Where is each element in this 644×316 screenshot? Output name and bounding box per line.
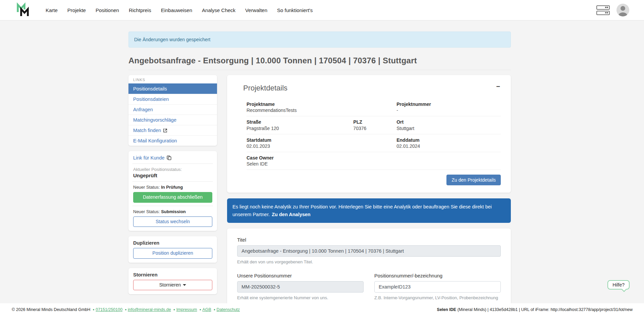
footer-email-link[interactable]: info@mineral-minds.de <box>128 307 171 312</box>
project-row-dates: Startdatum 02.01.2023 Enddatum 02.01.202… <box>247 134 501 152</box>
titel-help-text: Erhält den von uns vorgegebenen Titel. <box>237 259 501 264</box>
page-content: Die Änderungen wurden gespeichert Angebo… <box>0 20 644 303</box>
projektname-value: RecommendationsTests <box>247 108 396 113</box>
divider <box>132 181 213 182</box>
status-wechseln-button[interactable]: Status wechseln <box>133 216 212 227</box>
divider <box>132 164 213 164</box>
stornieren-dropdown-button[interactable]: Stornieren <box>133 280 212 291</box>
sidebar-item-matchingvorschlaege[interactable]: Matchingvorschläge <box>128 115 217 125</box>
rack-row <box>596 5 610 10</box>
position-duplizieren-button[interactable]: Position duplizieren <box>133 248 212 259</box>
zu-den-analysen-link[interactable]: Zu den Analysen <box>272 212 310 217</box>
footer-impressum-link[interactable]: Impressum <box>176 307 197 312</box>
new-status-line-2: Neuer Status: Submission <box>133 209 212 214</box>
footer-session-details: (Mineral Minds) | 4133e5d428b1 | URL of … <box>456 307 633 312</box>
unsere-positionsnummer-label: Unsere Positionsnummer <box>237 273 364 278</box>
projektname-label: Projektname <box>247 101 396 108</box>
nav-item-analyse-check[interactable]: Analyse Check <box>202 7 235 13</box>
link-fuer-kunde-link[interactable]: Link für Kunde <box>133 155 212 161</box>
ort-value: Stuttgart <box>396 126 501 131</box>
rack-row <box>596 11 610 15</box>
projektnummer-value: - <box>396 108 501 113</box>
current-status-value: Ungeprüft <box>133 173 212 178</box>
divider <box>132 206 213 206</box>
case-owner-label: Case Owner <box>247 154 501 161</box>
datenerfassung-abschliessen-button[interactable]: Datenerfassung abschließen <box>133 192 212 203</box>
footer-phone-link[interactable]: 07151/250100 <box>96 307 122 312</box>
analytics-info-banner: Es liegt noch keine Analytik zu Ihrer Po… <box>227 198 511 223</box>
enddatum-value: 02.01.2024 <box>396 143 501 149</box>
analytics-banner-text: Es liegt noch keine Analytik zu Ihrer Po… <box>232 204 492 217</box>
sidebar-item-match-finden[interactable]: Match finden <box>128 125 217 135</box>
projektnummer-label: Projektnummer <box>396 101 501 108</box>
status-card: Link für Kunde Aktueller Positionsstatus… <box>128 151 217 231</box>
help-button-label: Hilfe? <box>612 282 625 288</box>
user-avatar[interactable] <box>616 4 629 16</box>
help-button[interactable]: Hilfe? <box>607 280 630 290</box>
copy-icon <box>167 155 171 160</box>
startdatum-label: Startdatum <box>247 137 396 143</box>
stornieren-title: Stornieren <box>133 272 212 277</box>
sidebar-item-positionsdetails[interactable]: Positionsdetails <box>128 83 217 94</box>
projektdetails-card: − Projektdetails Projektname Recommendat… <box>227 75 511 193</box>
sidebar-item-anfragen[interactable]: Anfragen <box>128 104 217 115</box>
strasse-value: Pragstraße 120 <box>247 126 353 131</box>
footer-separator: • <box>125 307 126 312</box>
top-navbar: Karte Projekte Positionen Richtpreis Ein… <box>0 0 644 20</box>
positionsnummer-bezeichnung-help-text: Z.B. Interne-Vorgangsnummer, LV-Position… <box>374 295 501 300</box>
current-status-label: Aktueller Positionsstatus: <box>133 167 212 172</box>
nav-item-positionen[interactable]: Positionen <box>96 7 119 13</box>
nav-item-so-funktionierts[interactable]: So funktioniert's <box>277 7 313 13</box>
stornieren-card: Stornieren Stornieren <box>128 268 217 295</box>
nav-item-projekte[interactable]: Projekte <box>67 7 86 13</box>
footer-agb-link[interactable]: AGB <box>202 307 211 312</box>
footer-separator: • <box>93 307 94 312</box>
mineral-minds-logo-icon[interactable] <box>15 2 32 18</box>
sidebar-item-email-konfiguration[interactable]: E-Mail Konfiguration <box>128 135 217 146</box>
server-rack-icon[interactable] <box>596 5 610 15</box>
collapse-card-icon[interactable]: − <box>496 83 500 90</box>
footer-separator: • <box>214 307 215 312</box>
sidebar: LINKS Positionsdetails Positionsdateien … <box>128 75 217 300</box>
sidebar-item-label: E-Mail Konfiguration <box>133 138 177 143</box>
new-status-value: Submission <box>161 209 186 214</box>
footer-left: © 2026 Mineral Minds Deutschland GmbH •0… <box>12 307 240 312</box>
stornieren-button-label: Stornieren <box>159 282 181 288</box>
footer: © 2026 Mineral Minds Deutschland GmbH •0… <box>0 303 644 316</box>
external-link-icon <box>163 128 167 133</box>
new-status-line-1: Neuer Status: In Prüfung <box>133 185 212 190</box>
startdatum-value: 02.01.2023 <box>247 143 396 149</box>
links-card-header: LINKS <box>128 75 217 83</box>
nav-item-karte[interactable]: Karte <box>46 7 58 13</box>
new-status-prefix: Neuer Status: <box>133 209 160 214</box>
unsere-positionsnummer-input <box>237 281 364 293</box>
ort-label: Ort <box>396 119 501 125</box>
new-status-value: In Prüfung <box>161 185 183 190</box>
footer-user-name: Selen IDE <box>437 307 457 312</box>
plz-value: 70376 <box>353 126 396 131</box>
main-nav: Karte Projekte Positionen Richtpreis Ein… <box>46 7 313 13</box>
project-row-address: Straße Pragstraße 120 PLZ 70376 Ort Stut… <box>247 116 501 134</box>
new-status-prefix: Neuer Status: <box>133 185 160 190</box>
positionsnummer-bezeichnung-input[interactable] <box>374 281 501 293</box>
sidebar-item-label: Match finden <box>133 128 161 133</box>
projektdetails-title: Projektdetails <box>243 84 501 92</box>
caret-down-icon <box>183 284 186 286</box>
project-row-owner: Case Owner Selen IDE <box>247 152 501 170</box>
nav-item-richtpreis[interactable]: Richtpreis <box>129 7 151 13</box>
sidebar-item-positionsdateien[interactable]: Positionsdateien <box>128 94 217 104</box>
nav-item-einbauweisen[interactable]: Einbauweisen <box>161 7 192 13</box>
nav-item-verwalten[interactable]: Verwalten <box>245 7 267 13</box>
footer-datenschutz-link[interactable]: Datenschutz <box>217 307 240 312</box>
plz-label: PLZ <box>353 119 396 125</box>
position-form-card: Titel Erhält den von uns vorgegebenen Ti… <box>227 229 511 303</box>
project-row-name: Projektname RecommendationsTests Projekt… <box>247 99 501 116</box>
titel-input <box>237 245 501 257</box>
saved-changes-alert: Die Änderungen wurden gespeichert <box>128 31 511 48</box>
positionsnummer-bezeichnung-label: Positionsnummer/-bezeichnung <box>374 273 501 278</box>
zu-den-projektdetails-button[interactable]: Zu den Projektdetails <box>446 175 501 185</box>
footer-copyright: © 2026 Mineral Minds Deutschland GmbH <box>12 307 90 312</box>
footer-session-info: Selen IDE (Mineral Minds) | 4133e5d428b1… <box>437 307 633 312</box>
sidebar-item-label: Anfragen <box>133 107 153 112</box>
duplizieren-title: Duplizieren <box>133 240 212 246</box>
